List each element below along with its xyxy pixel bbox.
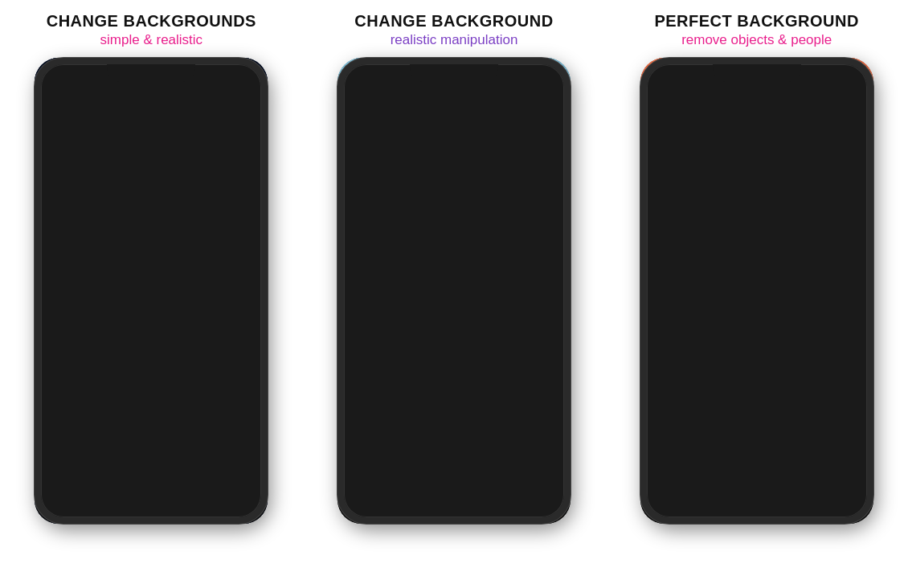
svg-point-27 [157,387,161,390]
svg-point-6 [207,71,215,80]
svg-rect-9 [117,285,153,357]
thumb-sunset[interactable] [513,475,564,519]
christmas-scene: MERRY CHRISTMAS [35,58,268,524]
svg-point-33 [54,478,67,492]
svg-point-1 [87,67,95,75]
tool-backgrounds[interactable]: ♦ 10 [805,465,857,519]
christmas-text: CHRISTMAS [84,124,219,154]
svg-rect-40 [151,505,175,509]
rome-main [640,58,873,460]
panel-2-subtitle: realistic manipulation [391,32,518,48]
christmas-banner: MERRY CHRISTMAS [84,110,219,154]
svg-rect-113 [815,133,821,153]
svg-rect-75 [511,105,534,149]
thumb-pink[interactable] [92,475,136,519]
edit-indicator: ↗ [544,80,556,98]
string-lights [35,66,268,86]
rome-scene: ♦ 4 [640,58,873,524]
tool-backgrounds-label: ♦ 10 [825,511,838,519]
svg-rect-12 [157,282,193,358]
svg-point-28 [166,387,169,390]
svg-point-7 [231,67,239,75]
thumb-purple-frame[interactable] [190,475,234,519]
panel-2-title: CHANGE BACKGROUND [354,11,553,31]
svg-point-4 [159,71,167,80]
panel-1-subtitle: simple & realistic [100,32,203,48]
app-showcase: CHANGE BACKGROUNDS simple & realistic [0,0,908,588]
christmas-main: MERRY CHRISTMAS [35,58,268,470]
svg-point-0 [63,71,71,80]
panel-change-backgrounds: CHANGE BACKGROUNDS simple & realistic [0,0,303,588]
svg-line-69 [404,223,422,299]
thumb-dark-rock[interactable] [344,475,395,519]
svg-point-42 [206,486,219,500]
thumb-silhouette[interactable] [43,475,87,519]
panel-change-background-golf: CHANGE BACKGROUND realistic manipulation [303,0,606,588]
panel-perfect-background: PERFECT BACKGROUND remove objects & peop… [605,0,908,588]
svg-point-34 [66,480,77,492]
svg-rect-64 [445,271,464,375]
svg-point-131 [753,488,760,496]
svg-rect-115 [806,221,833,398]
phone-mockup-3: ♦ 4 [640,58,873,524]
svg-rect-114 [777,221,804,398]
phone-mockup-1: MERRY CHRISTMAS [35,58,268,524]
landscape-tool-icon[interactable] [805,465,857,509]
svg-rect-126 [710,347,721,358]
svg-line-76 [497,127,511,153]
svg-point-81 [522,161,538,165]
phone-screen-3: ♦ 4 [640,58,873,524]
svg-rect-112 [789,133,796,153]
circles-tool-icon[interactable] [730,465,783,509]
svg-point-39 [162,486,173,497]
panel-1-title: CHANGE BACKGROUNDS [47,11,256,31]
svg-point-74 [511,81,534,107]
panel-3-subtitle: remove objects & people [681,32,832,48]
svg-point-15 [77,264,106,293]
svg-rect-62 [438,195,451,219]
tool-objects-label: ♦ 2 [752,511,761,519]
golf-main: ↗ [337,58,571,470]
svg-point-124 [709,311,722,325]
thumb-tropical[interactable] [456,475,508,519]
svg-point-133 [832,483,836,486]
before-photo-inset [656,259,733,364]
svg-point-26 [164,379,174,389]
svg-rect-119 [673,316,684,341]
photo-tool-icon[interactable] [656,465,709,509]
phone-mockup-2: ↗ [337,58,571,524]
tool-photos[interactable]: ♦ 4 [656,465,709,519]
svg-point-11 [157,246,193,284]
svg-line-70 [404,299,416,387]
tool-photos-label: ♦ 4 [678,511,687,519]
svg-point-68 [442,376,468,387]
svg-point-5 [183,67,191,75]
svg-point-32 [206,370,215,379]
svg-point-25 [153,379,162,389]
tool-objects[interactable]: ♦ 2 [730,465,783,519]
svg-line-73 [467,223,481,271]
svg-line-77 [497,153,502,163]
svg-point-29 [160,389,166,394]
woman-figure [741,78,869,408]
panel-3-title: PERFECT BACKGROUND [654,11,859,31]
cloud-2 [648,86,697,102]
panel-3-tools: ♦ 4 [640,460,873,524]
golf-scene: ↗ [337,58,571,524]
thumb-ocean[interactable] [400,475,452,519]
merry-text: MERRY [84,110,219,122]
svg-point-72 [417,385,423,391]
svg-point-36 [107,479,121,495]
svg-rect-121 [693,317,704,340]
svg-point-38 [152,485,162,495]
svg-point-120 [693,305,704,318]
panel-2-thumbnails [337,470,571,524]
phone-screen-1: MERRY CHRISTMAS [35,58,268,524]
svg-point-128 [677,484,681,487]
svg-point-3 [135,67,143,75]
sleigh [35,377,107,420]
svg-rect-125 [710,325,721,349]
svg-point-8 [117,250,153,288]
thumb-christmas-food[interactable] [141,475,185,519]
golfer-figure-main [396,150,493,415]
